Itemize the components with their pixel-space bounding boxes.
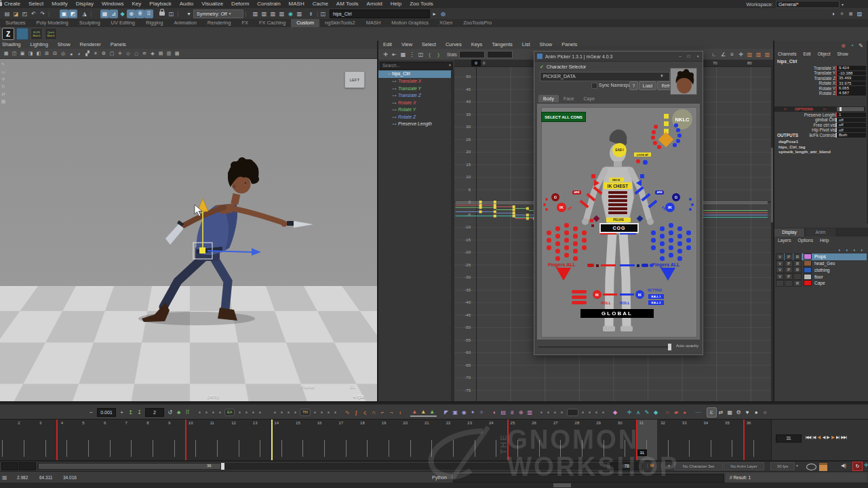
channel-value-field[interactable]: off <box>837 118 866 123</box>
layer-toggle-r[interactable]: R <box>793 253 802 260</box>
right-foot-bar[interactable] <box>620 293 634 296</box>
neck-button[interactable]: NECK <box>609 178 624 182</box>
viewport-menu-lighting[interactable]: Lighting <box>26 41 53 49</box>
right-finger-dot[interactable] <box>651 230 656 235</box>
channel-rotate-x[interactable]: ⊶Rotate X <box>378 100 451 107</box>
viewport-toolbar-icon[interactable]: ◧ <box>35 49 43 58</box>
viewport-toolbar-icon[interactable]: ◈ <box>149 49 157 58</box>
channel-value-field[interactable]: 4.587 <box>837 91 866 96</box>
viewport-toolbar-icon[interactable]: ▢ <box>108 49 116 58</box>
anim-toolbar-icon[interactable]: ⚙ <box>734 408 743 417</box>
right-finger-dot[interactable] <box>677 241 682 246</box>
channel-value-field[interactable]: 6.065 <box>837 86 866 91</box>
command-line-input[interactable] <box>453 474 724 483</box>
anim-toolbar-icon[interactable]: ▦ <box>726 408 734 417</box>
lasso-icon[interactable]: ◮ <box>80 9 89 18</box>
viewport-toolbar-icon[interactable]: ≋ <box>140 49 149 58</box>
left-finger-dot[interactable] <box>547 238 551 243</box>
right-finger-dot[interactable] <box>686 245 691 250</box>
layer-toggle-p[interactable]: P <box>785 260 793 267</box>
hypershade-icon[interactable]: ◉ <box>286 9 295 18</box>
tool-box-icon-2[interactable]: ✛ <box>0 77 7 82</box>
menubar-item-select[interactable]: Select <box>24 0 47 8</box>
head-ik-button[interactable]: EAD I <box>612 143 627 157</box>
channel-box-menu-channels[interactable]: Channels <box>774 50 800 58</box>
viewport-panel[interactable]: Frame: 31 persp 4 fps LEFT ShadingLighti… <box>0 41 377 401</box>
layer-toggle-v[interactable]: V <box>776 253 784 260</box>
viewport-toolbar-icon[interactable]: ◎ <box>59 49 67 58</box>
left-finger-dot[interactable] <box>555 249 560 253</box>
layer-menu-options[interactable]: Options <box>795 237 816 245</box>
graph-menu-select[interactable]: Select <box>417 41 441 49</box>
save-scene-icon[interactable]: ◰ <box>20 9 29 18</box>
menubar-item-cache[interactable]: Cache <box>309 0 332 8</box>
right-arc-dot[interactable] <box>689 198 692 201</box>
viewport-toolbar-icon[interactable]: ◐ <box>75 49 83 58</box>
graph-toolbar-icon[interactable]: ( <box>425 50 434 59</box>
render-icon[interactable]: ▥ <box>251 9 260 18</box>
right-finger-dot[interactable] <box>669 238 673 243</box>
ruler-playhead-flag[interactable]: 0 <box>471 60 481 66</box>
workspace-selector[interactable]: Workspace: General* ▾ <box>747 0 844 8</box>
left-shoulder-button[interactable] <box>591 174 595 178</box>
graph-toolbar-icon[interactable]: ◫ <box>416 50 425 59</box>
anim-toolbar-icon[interactable]: ς <box>361 408 370 417</box>
picker-red-dot[interactable] <box>654 125 658 129</box>
left-finger-dot[interactable] <box>564 230 569 235</box>
output-spineik-length-attr-blend[interactable]: spineik_length_attr_blend <box>778 149 831 154</box>
stats-frame-field[interactable] <box>459 51 485 58</box>
left-arm-ik-button[interactable]: IK <box>557 203 566 212</box>
layer-toggle-r[interactable] <box>793 273 802 280</box>
selected-object-name[interactable]: hips_Ctrl <box>777 59 797 64</box>
layer-color-swatch[interactable] <box>804 280 812 286</box>
right-mid-square[interactable] <box>637 264 639 267</box>
anim-toolbar-icon[interactable]: Ɛ <box>707 407 717 418</box>
shelf-tab-mash[interactable]: MASH <box>361 19 387 27</box>
shelf-tab-fx[interactable]: FX <box>236 19 254 27</box>
channel-value-field[interactable]: off <box>837 123 866 127</box>
graph-menu-keys[interactable]: Keys <box>467 41 488 49</box>
play-backwards-button[interactable]: ◀ <box>823 434 825 439</box>
left-finger-dot[interactable] <box>573 226 578 231</box>
anim-toolbar-icon[interactable]: ⌐ <box>378 408 387 417</box>
left-finger-dot[interactable] <box>555 256 560 261</box>
left-roll-label[interactable]: ROLL <box>601 301 611 305</box>
layer-color-swatch[interactable] <box>804 260 812 266</box>
viewport-toolbar-icon[interactable]: ◫ <box>10 49 18 58</box>
anim-toolbar-icon[interactable]: ✛ <box>625 408 634 417</box>
layer-toggle-v[interactable]: V <box>776 273 784 280</box>
fps-dropdown[interactable]: 30 fps <box>770 462 795 470</box>
select-hierarchy-icon[interactable]: ▣ <box>60 9 68 18</box>
viewport-toolbar-icon[interactable]: ◇ <box>124 49 132 58</box>
anim-toolbar-icon[interactable]: ◉ <box>460 408 469 417</box>
anim-toolbar-icon[interactable]: ✧ <box>477 408 486 417</box>
layer-toggle-p[interactable]: P <box>785 266 793 273</box>
viewport-toolbar-icon[interactable]: ● <box>67 49 75 58</box>
slider-bubble[interactable]: TH <box>300 409 310 416</box>
menubar-item-arnold[interactable]: Arnold <box>363 0 387 8</box>
viewport-menu-renderer[interactable]: Renderer <box>75 41 106 49</box>
select-object-icon[interactable]: ◩ <box>68 9 77 18</box>
left-arm-tag[interactable]: ARM <box>572 190 581 195</box>
anim-toolbar-icon[interactable]: ✦ <box>469 408 477 417</box>
cog-button[interactable]: COG <box>599 223 639 233</box>
hip-red-square[interactable] <box>590 219 593 222</box>
graph-toolbar-icon[interactable]: ▥ <box>763 50 772 59</box>
picker-red-dot[interactable] <box>651 136 655 140</box>
menubar-item-windows[interactable]: Windows <box>98 0 127 8</box>
anim-start-field[interactable] <box>1 462 18 470</box>
anim-toolbar-icon[interactable]: ◆ <box>652 408 660 417</box>
channel-translate-x[interactable]: ⊶Translate X <box>378 78 451 85</box>
right-finger-dot[interactable] <box>677 256 682 261</box>
layer-toggle-p[interactable]: P <box>785 253 793 260</box>
viewport-toolbar-icon[interactable]: ▞ <box>83 49 92 58</box>
anim-toolbar-icon[interactable]: ♥ <box>743 408 752 417</box>
layer-menu-help[interactable]: Help <box>816 237 832 245</box>
select-all-cons-button[interactable]: SELECT ALL CONS <box>541 112 586 122</box>
left-finger-dot[interactable] <box>582 230 587 235</box>
channel-value-field[interactable]: 35.469 <box>837 76 866 81</box>
range-slider-active[interactable] <box>39 464 220 469</box>
snap-surface-icon[interactable]: ⠿ <box>144 9 153 18</box>
left-finger-dot[interactable] <box>564 253 569 258</box>
layer-row-props[interactable]: VPRProps <box>776 253 867 260</box>
